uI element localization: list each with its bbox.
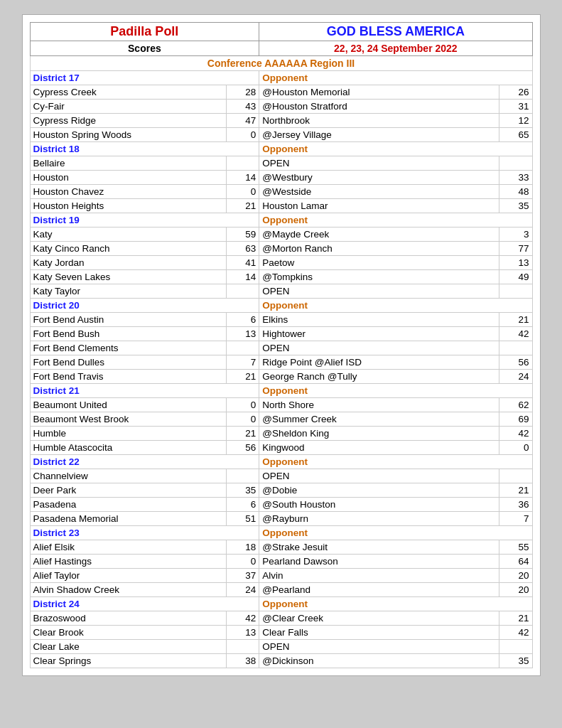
score1: 13 — [227, 626, 259, 640]
poll-title: Padilla Poll — [30, 23, 259, 41]
opponent-name: Elkins — [259, 313, 499, 327]
conference-label: Conference AAAAAA Region III — [30, 56, 532, 71]
score1: 63 — [227, 242, 259, 256]
score2 — [499, 469, 532, 483]
opponent-name: OPEN — [259, 156, 499, 171]
score2: 33 — [499, 171, 532, 185]
score1 — [227, 156, 259, 171]
date-label: 22, 23, 24 September 2022 — [259, 41, 532, 56]
team-name: Alief Elsik — [30, 540, 227, 555]
score1: 18 — [227, 540, 259, 555]
team-name: Alief Hastings — [30, 555, 227, 569]
opponent-name: @Clear Creek — [259, 611, 499, 626]
score2: 49 — [499, 270, 532, 284]
score1: 59 — [227, 228, 259, 242]
opponent-name: OPEN — [259, 640, 499, 654]
team-name: Houston Heights — [30, 199, 227, 213]
score1: 0 — [227, 185, 259, 199]
score1: 43 — [227, 100, 259, 114]
opponent-name: George Ranch @Tully — [259, 370, 499, 384]
score2: 26 — [499, 85, 532, 100]
district-label: District 18 — [30, 142, 259, 156]
opponent-name: @Dobie — [259, 483, 499, 498]
score1 — [227, 640, 259, 654]
score1: 0 — [227, 412, 259, 427]
opponent-name: @Rayburn — [259, 512, 499, 526]
score1: 24 — [227, 583, 259, 597]
opponent-name: OPEN — [259, 469, 499, 483]
opponent-header: Opponent — [259, 71, 532, 85]
opponent-name: Northbrook — [259, 114, 499, 128]
team-name: Humble — [30, 427, 227, 441]
team-name: Katy Taylor — [30, 284, 227, 299]
score1: 13 — [227, 327, 259, 341]
opponent-name: Paetow — [259, 256, 499, 270]
score1: 14 — [227, 270, 259, 284]
opponent-name: Clear Falls — [259, 626, 499, 640]
score1: 37 — [227, 569, 259, 583]
score1: 56 — [227, 441, 259, 455]
team-name: Clear Lake — [30, 640, 227, 654]
score2: 31 — [499, 100, 532, 114]
score2: 3 — [499, 228, 532, 242]
opponent-header: Opponent — [259, 526, 532, 540]
district-label: District 20 — [30, 299, 259, 313]
score2: 56 — [499, 355, 532, 370]
team-name: Clear Brook — [30, 626, 227, 640]
opponent-name: Houston Lamar — [259, 199, 499, 213]
score1 — [227, 469, 259, 483]
score1: 0 — [227, 555, 259, 569]
score1: 47 — [227, 114, 259, 128]
team-name: Katy Jordan — [30, 256, 227, 270]
opponent-name: @South Houston — [259, 498, 499, 512]
opponent-header: Opponent — [259, 213, 532, 228]
district-label: District 22 — [30, 455, 259, 469]
score2: 35 — [499, 199, 532, 213]
score2: 77 — [499, 242, 532, 256]
score2: 12 — [499, 114, 532, 128]
district-label: District 19 — [30, 213, 259, 228]
score1: 35 — [227, 483, 259, 498]
opponent-name: @Summer Creek — [259, 412, 499, 427]
score1: 21 — [227, 427, 259, 441]
score1: 6 — [227, 498, 259, 512]
score2: 48 — [499, 185, 532, 199]
opponent-name: @Strake Jesuit — [259, 540, 499, 555]
score1 — [227, 341, 259, 355]
score2: 69 — [499, 412, 532, 427]
team-name: Clear Springs — [30, 654, 227, 668]
opponent-name: @Houston Memorial — [259, 85, 499, 100]
opponent-name: @Tompkins — [259, 270, 499, 284]
score1 — [227, 284, 259, 299]
opponent-header: Opponent — [259, 384, 532, 398]
team-name: Cypress Creek — [30, 85, 227, 100]
opponent-name: @Houston Stratford — [259, 100, 499, 114]
team-name: Bellaire — [30, 156, 227, 171]
team-name: Pasadena Memorial — [30, 512, 227, 526]
score2: 65 — [499, 128, 532, 142]
opponent-name: @Westbury — [259, 171, 499, 185]
team-name: Katy — [30, 228, 227, 242]
score1: 28 — [227, 85, 259, 100]
team-name: Pasadena — [30, 498, 227, 512]
score2: 35 — [499, 654, 532, 668]
score1: 0 — [227, 398, 259, 412]
team-name: Houston — [30, 171, 227, 185]
team-name: Deer Park — [30, 483, 227, 498]
opponent-header: Opponent — [259, 142, 532, 156]
god-bless-title: GOD BLESS AMERICA — [259, 23, 532, 41]
score2 — [499, 640, 532, 654]
score2: 42 — [499, 427, 532, 441]
score2: 64 — [499, 555, 532, 569]
opponent-name: @Mayde Creek — [259, 228, 499, 242]
score2: 36 — [499, 498, 532, 512]
score2: 21 — [499, 611, 532, 626]
opponent-header: Opponent — [259, 299, 532, 313]
score2: 42 — [499, 327, 532, 341]
score1: 41 — [227, 256, 259, 270]
team-name: Brazoswood — [30, 611, 227, 626]
score2: 21 — [499, 313, 532, 327]
team-name: Fort Bend Austin — [30, 313, 227, 327]
opponent-name: @Westside — [259, 185, 499, 199]
opponent-name: OPEN — [259, 284, 499, 299]
